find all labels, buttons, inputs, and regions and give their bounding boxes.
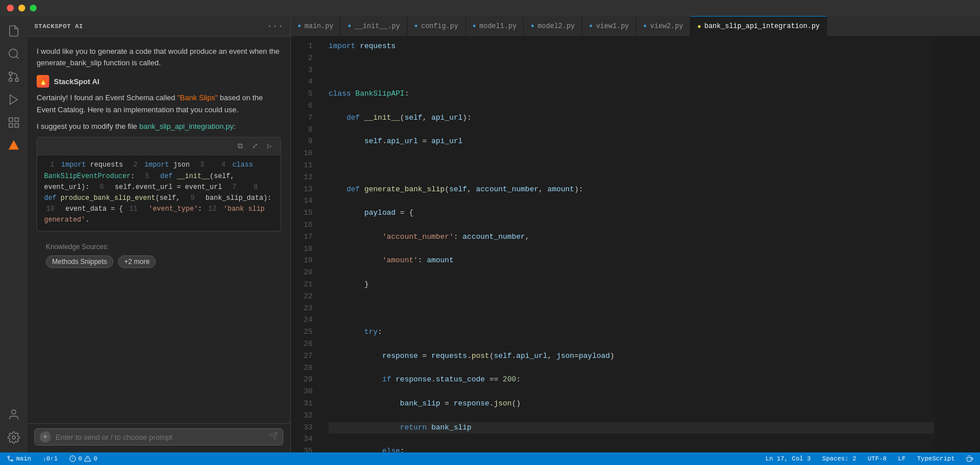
status-bar: main ↓0↑1 0 0 Ln 17, Col 3 Spaces: 2 UTF… bbox=[0, 452, 980, 465]
ai-text-part1: Certainly! I found an Event Schema calle… bbox=[37, 93, 177, 102]
chat-input-area: + bbox=[27, 423, 290, 452]
chat-send-button[interactable] bbox=[269, 431, 278, 443]
tab-icon-bank-slip-py: ◆ bbox=[697, 23, 701, 30]
cursor-position[interactable]: Ln 17, Col 3 bbox=[763, 455, 813, 462]
feedback-button[interactable] bbox=[964, 455, 975, 462]
ai-file-link[interactable]: bank_slip_api_integration.py bbox=[139, 122, 234, 131]
errors-indicator[interactable]: 0 0 bbox=[67, 455, 100, 462]
account-icon[interactable] bbox=[3, 404, 24, 425]
ai-highlight: "Bank Slips" bbox=[177, 93, 218, 102]
branch-name: main bbox=[16, 455, 31, 462]
tab-icon-view1-py: ● bbox=[589, 23, 592, 29]
expand-code-button[interactable]: ⤢ bbox=[248, 140, 261, 152]
line-ending-text: LF bbox=[898, 455, 906, 462]
ai-name: StackSpot AI bbox=[54, 77, 100, 86]
svg-marker-11 bbox=[9, 140, 19, 150]
tab-model1-py[interactable]: ● model1.py bbox=[466, 16, 524, 36]
svg-point-4 bbox=[9, 78, 13, 82]
cursor-position-text: Ln 17, Col 3 bbox=[765, 455, 811, 462]
tabs-bar: ● main.py ● __init__.py ● config.py ● mo… bbox=[291, 16, 980, 36]
sidebar-header: STACKSPOT AI ··· bbox=[27, 16, 290, 37]
sidebar-code-content: 1import requests 2import json 3 4class B… bbox=[37, 155, 280, 230]
error-count: 0 bbox=[78, 455, 82, 462]
ai-file-colon: : bbox=[234, 122, 236, 131]
svg-point-13 bbox=[12, 436, 15, 439]
svg-marker-6 bbox=[10, 95, 18, 105]
code-block: ⧉ ⤢ ▷ 1import requests 2import json 3 4c… bbox=[37, 137, 281, 231]
tab-view1-py[interactable]: ● view1.py bbox=[582, 16, 637, 36]
tab-config-py[interactable]: ● config.py bbox=[408, 16, 466, 36]
editor-code[interactable]: import requests class BankSlipAPI: def _… bbox=[319, 36, 934, 452]
editor-content: 12345678910 11121314151617181920 2122232… bbox=[291, 36, 980, 452]
code-block-header: ⧉ ⤢ ▷ bbox=[37, 137, 280, 155]
svg-point-0 bbox=[9, 49, 18, 58]
user-message: I would like you to generate a code that… bbox=[37, 46, 281, 68]
stackspot-icon[interactable] bbox=[3, 135, 24, 156]
files-icon[interactable] bbox=[3, 21, 24, 41]
tab-label-config-py: config.py bbox=[421, 22, 459, 30]
ai-response-header: 🔥 StackSpot AI bbox=[37, 75, 281, 88]
tab-view2-py[interactable]: ● view2.py bbox=[637, 16, 691, 36]
settings-icon[interactable] bbox=[3, 427, 24, 448]
encoding-text: UTF-8 bbox=[868, 455, 887, 462]
tab-bank-slip-py[interactable]: ◆ bank_slip_api_integration.py bbox=[690, 16, 827, 36]
minimap bbox=[934, 36, 980, 452]
tab-main-py[interactable]: ● main.py bbox=[291, 16, 341, 36]
tab-label-model2-py: model2.py bbox=[538, 22, 575, 30]
tab-label-view2-py: view2.py bbox=[650, 22, 683, 30]
sync-indicator[interactable]: ↓0↑1 bbox=[40, 455, 60, 462]
svg-point-12 bbox=[11, 410, 15, 414]
extensions-icon[interactable] bbox=[3, 112, 24, 133]
ai-response-text: Certainly! I found an Event Schema calle… bbox=[37, 92, 281, 116]
tab-label-init-py: __init__.py bbox=[354, 22, 400, 30]
ai-file-suggestion-text: I suggest you to modify the file bbox=[37, 122, 139, 131]
ai-panel: STACKSPOT AI ··· I would like you to gen… bbox=[27, 16, 291, 452]
maximize-button[interactable] bbox=[30, 5, 37, 11]
ai-response: 🔥 StackSpot AI Certainly! I found an Eve… bbox=[37, 75, 281, 231]
ai-file-suggestion: I suggest you to modify the file bank_sl… bbox=[37, 121, 281, 133]
knowledge-tag-methods[interactable]: Methods Snippets bbox=[46, 255, 113, 268]
svg-point-2 bbox=[15, 78, 19, 82]
copy-code-button[interactable]: ⧉ bbox=[234, 140, 246, 152]
tab-icon-main-py: ● bbox=[298, 23, 301, 29]
run-code-button[interactable]: ▷ bbox=[263, 140, 276, 152]
svg-rect-8 bbox=[15, 118, 18, 121]
search-icon[interactable] bbox=[3, 44, 24, 64]
knowledge-section: Knowledge Sources: Methods Snippets +2 m… bbox=[37, 238, 281, 275]
tab-icon-view2-py: ● bbox=[643, 23, 647, 29]
language-indicator[interactable]: TypeScript bbox=[915, 455, 957, 462]
branch-indicator[interactable]: main bbox=[5, 455, 33, 462]
svg-line-1 bbox=[16, 56, 18, 58]
tab-label-model1-py: model1.py bbox=[480, 22, 517, 30]
tab-label-main-py: main.py bbox=[305, 22, 333, 30]
chat-area: I would like you to generate a code that… bbox=[27, 37, 290, 423]
tab-init-py[interactable]: ● __init__.py bbox=[341, 16, 407, 36]
svg-point-17 bbox=[8, 456, 10, 458]
knowledge-tags: Methods Snippets +2 more bbox=[46, 255, 272, 268]
sidebar-more-button[interactable]: ··· bbox=[267, 21, 283, 31]
chat-input[interactable] bbox=[56, 433, 264, 442]
source-control-icon[interactable] bbox=[3, 66, 24, 87]
chat-input-add-button[interactable]: + bbox=[39, 431, 51, 443]
minimize-button[interactable] bbox=[18, 5, 25, 11]
spaces-text: Spaces: 2 bbox=[822, 455, 856, 462]
ai-avatar: 🔥 bbox=[37, 75, 49, 88]
encoding-indicator[interactable]: UTF-8 bbox=[866, 455, 889, 462]
spaces-indicator[interactable]: Spaces: 2 bbox=[820, 455, 858, 462]
tab-icon-init-py: ● bbox=[347, 23, 351, 29]
tab-label-bank-slip-py: bank_slip_api_integration.py bbox=[704, 22, 820, 30]
tab-icon-model2-py: ● bbox=[531, 23, 534, 29]
line-numbers: 12345678910 11121314151617181920 2122232… bbox=[291, 36, 319, 452]
tab-model2-py[interactable]: ● model2.py bbox=[524, 16, 582, 36]
status-bar-right: Ln 17, Col 3 Spaces: 2 UTF-8 LF TypeScri… bbox=[763, 455, 975, 462]
line-ending-indicator[interactable]: LF bbox=[896, 455, 908, 462]
sidebar-title: STACKSPOT AI bbox=[34, 23, 83, 30]
activity-bar bbox=[0, 16, 27, 452]
tab-icon-model1-py: ● bbox=[473, 23, 476, 29]
knowledge-tag-more[interactable]: +2 more bbox=[118, 255, 156, 268]
main-layout: STACKSPOT AI ··· I would like you to gen… bbox=[0, 16, 980, 452]
close-button[interactable] bbox=[7, 5, 14, 11]
svg-rect-10 bbox=[9, 124, 13, 127]
tab-label-view1-py: view1.py bbox=[596, 22, 629, 30]
run-debug-icon[interactable] bbox=[3, 89, 24, 110]
